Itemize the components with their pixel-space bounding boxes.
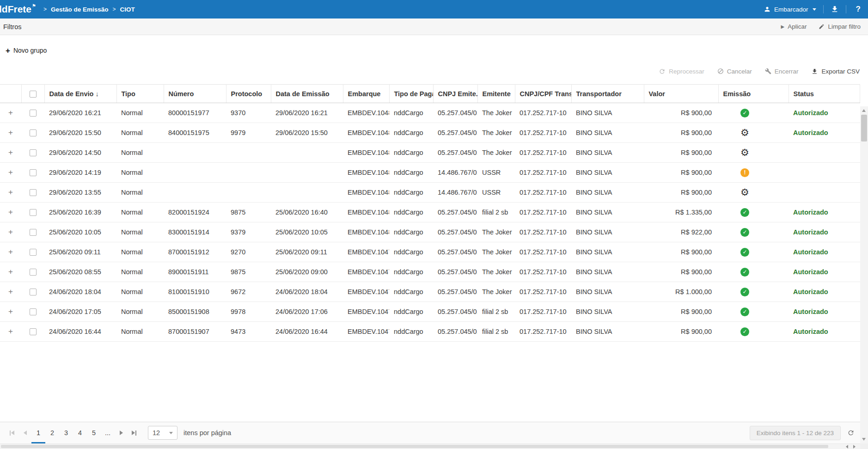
expand-row-icon[interactable]: + xyxy=(8,128,13,137)
emission-success-icon[interactable]: ✓ xyxy=(740,268,749,277)
page-number-4[interactable]: 4 xyxy=(73,422,87,443)
user-menu[interactable]: Embarcador xyxy=(764,6,816,13)
expand-row-icon[interactable]: + xyxy=(8,287,13,296)
table-row[interactable]: +25/06/2020 10:05Normal83000151914937925… xyxy=(0,222,860,242)
header-data-de-emissao[interactable]: Data de Emissão xyxy=(271,85,343,103)
first-page-button[interactable] xyxy=(6,422,18,443)
table-row[interactable]: +29/06/2020 13:55NormalEMBDEV.104835nddC… xyxy=(0,183,860,203)
expand-row-icon[interactable]: + xyxy=(8,307,13,316)
row-checkbox[interactable] xyxy=(30,169,37,176)
header-emissao[interactable]: Emissão xyxy=(718,85,789,103)
page-number-3[interactable]: 3 xyxy=(59,422,73,443)
header-tipo-de-pagamento[interactable]: Tipo de Paga... xyxy=(389,85,433,103)
expand-row-icon[interactable]: + xyxy=(8,108,13,117)
emission-gear-icon[interactable]: ⚙ xyxy=(740,128,749,137)
next-page-button[interactable] xyxy=(115,422,128,443)
table-row[interactable]: +29/06/2020 16:21Normal80000151977937029… xyxy=(0,103,860,123)
row-checkbox[interactable] xyxy=(30,328,37,335)
table-row[interactable]: +24/06/2020 17:05Normal85000151908997824… xyxy=(0,302,860,322)
row-checkbox[interactable] xyxy=(30,110,37,117)
row-checkbox[interactable] xyxy=(30,149,37,156)
cell-protocolo: 9875 xyxy=(226,203,271,222)
cell-pagamento: nddCargo xyxy=(389,262,433,282)
cancel-button[interactable]: Cancelar xyxy=(717,68,752,75)
emission-warning-icon[interactable]: ! xyxy=(740,168,749,177)
page-ellipsis[interactable]: ... xyxy=(101,422,115,443)
header-status[interactable]: Status xyxy=(789,85,860,103)
row-checkbox[interactable] xyxy=(30,269,37,276)
breadcrumb-item-ciot[interactable]: CIOT xyxy=(120,6,135,13)
header-embarque[interactable]: Embarque xyxy=(343,85,389,103)
header-emitente[interactable]: Emitente xyxy=(477,85,515,103)
page-number-2[interactable]: 2 xyxy=(45,422,59,443)
scroll-right-arrow[interactable] xyxy=(853,445,856,449)
table-row[interactable]: +24/06/2020 18:04Normal81000151910967224… xyxy=(0,282,860,302)
table-row[interactable]: +25/06/2020 09:11Normal87000151912927025… xyxy=(0,242,860,262)
row-checkbox[interactable] xyxy=(30,129,37,136)
prev-page-button[interactable] xyxy=(18,422,31,443)
download-button[interactable] xyxy=(831,5,839,13)
breadcrumb-item-gestao-de-emissao[interactable]: Gestão de Emissão xyxy=(51,6,109,13)
emission-success-icon[interactable]: ✓ xyxy=(740,327,749,336)
app-logo[interactable]: ldFrete ⚑ xyxy=(0,0,36,18)
clear-filter-button[interactable]: Limpar filtro xyxy=(819,23,861,30)
emission-success-icon[interactable]: ✓ xyxy=(740,109,749,117)
emission-success-icon[interactable]: ✓ xyxy=(740,248,749,257)
table-row[interactable]: +29/06/2020 15:50Normal84000151975997929… xyxy=(0,123,860,143)
expand-row-icon[interactable]: + xyxy=(8,148,13,157)
row-checkbox[interactable] xyxy=(30,189,37,196)
finish-button[interactable]: Encerrar xyxy=(765,68,799,75)
row-checkbox[interactable] xyxy=(30,249,37,256)
emission-success-icon[interactable]: ✓ xyxy=(740,208,749,217)
export-csv-label: Exportar CSV xyxy=(821,68,860,75)
cell-transportador: BINO SILVA xyxy=(571,143,644,163)
apply-filter-button[interactable]: ▶ Aplicar xyxy=(781,23,807,30)
table-row[interactable]: +29/06/2020 14:19NormalEMBDEV.104855nddC… xyxy=(0,163,860,183)
emission-gear-icon[interactable]: ⚙ xyxy=(740,188,749,197)
scroll-left-arrow[interactable] xyxy=(846,445,848,449)
vertical-scrollbar-thumb[interactable] xyxy=(861,115,867,141)
expand-row-icon[interactable]: + xyxy=(8,247,13,256)
page-number-1[interactable]: 1 xyxy=(31,422,45,443)
expand-row-icon[interactable]: + xyxy=(8,228,13,236)
row-checkbox[interactable] xyxy=(30,289,37,295)
last-page-button[interactable] xyxy=(128,422,141,443)
page-size-select[interactable]: 12 xyxy=(148,426,177,440)
emission-success-icon[interactable]: ✓ xyxy=(740,228,749,237)
header-cnpj-cpf-transportador[interactable]: CNPJ/CPF Transp... xyxy=(515,85,571,103)
horizontal-scrollbar[interactable] xyxy=(0,443,860,449)
vertical-scrollbar[interactable] xyxy=(860,106,868,443)
emission-success-icon[interactable]: ✓ xyxy=(740,288,749,296)
header-tipo[interactable]: Tipo xyxy=(116,85,164,103)
expand-row-icon[interactable]: + xyxy=(8,188,13,197)
header-cnpj-emitente[interactable]: CNPJ Emite... xyxy=(433,85,477,103)
header-protocolo[interactable]: Protocolo xyxy=(226,85,271,103)
header-data-de-envio[interactable]: Data de Envio↓ xyxy=(44,85,116,103)
reprocess-button[interactable]: Reprocessar xyxy=(659,68,704,75)
help-button[interactable]: ? xyxy=(853,5,863,14)
header-transportador[interactable]: Transportador xyxy=(571,85,644,103)
row-checkbox[interactable] xyxy=(30,308,37,315)
expand-row-icon[interactable]: + xyxy=(8,208,13,216)
scroll-down-arrow[interactable] xyxy=(862,438,866,441)
table-row[interactable]: +25/06/2020 16:39Normal82000151924987525… xyxy=(0,203,860,222)
header-numero[interactable]: Número xyxy=(164,85,226,103)
new-group-button[interactable]: + Novo grupo xyxy=(6,43,47,57)
emission-gear-icon[interactable]: ⚙ xyxy=(740,148,749,157)
horizontal-scrollbar-thumb[interactable] xyxy=(1,445,828,448)
table-row[interactable]: +25/06/2020 08:55Normal89000151911987525… xyxy=(0,262,860,282)
emission-success-icon[interactable]: ✓ xyxy=(740,308,749,316)
table-row[interactable]: +24/06/2020 16:44Normal87000151907947324… xyxy=(0,322,860,342)
select-all-checkbox[interactable] xyxy=(30,91,37,98)
expand-row-icon[interactable]: + xyxy=(8,168,13,177)
table-row[interactable]: +29/06/2020 14:50NormalEMBDEV.104857nddC… xyxy=(0,143,860,163)
refresh-button[interactable] xyxy=(847,429,855,437)
export-csv-button[interactable]: Exportar CSV xyxy=(811,68,860,75)
row-checkbox[interactable] xyxy=(30,229,37,236)
page-number-5[interactable]: 5 xyxy=(87,422,101,443)
row-checkbox[interactable] xyxy=(30,209,37,216)
scroll-up-arrow[interactable] xyxy=(862,109,866,112)
expand-row-icon[interactable]: + xyxy=(8,327,13,336)
expand-row-icon[interactable]: + xyxy=(8,267,13,276)
header-valor[interactable]: Valor xyxy=(644,85,718,103)
